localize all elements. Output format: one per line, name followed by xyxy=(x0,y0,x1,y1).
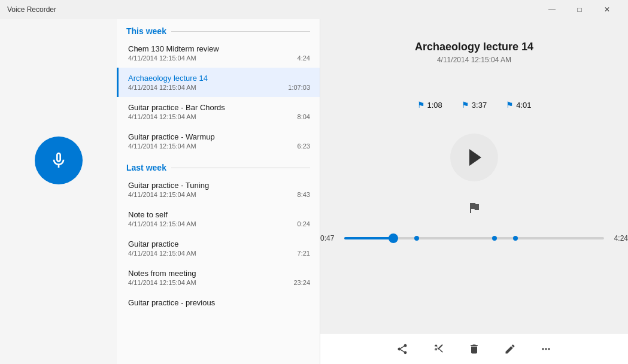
recording-date: 4/11/2014 12:15:04 AM xyxy=(128,220,196,228)
marker: ⚑4:01 xyxy=(506,100,531,110)
recording-duration: 7:21 xyxy=(298,250,310,257)
recording-date: 4/11/2014 12:15:04 AM xyxy=(128,142,196,150)
close-button[interactable]: ✕ xyxy=(593,0,621,19)
current-time: 0:47 xyxy=(320,234,339,242)
recording-item[interactable]: Guitar practice - Tuning4/11/2014 12:15:… xyxy=(117,175,320,204)
recording-title: Notes from meeting xyxy=(128,269,310,278)
recording-date: 4/11/2014 12:15:04 AM xyxy=(128,250,196,257)
player-toolbar xyxy=(320,333,628,364)
progress-area: 0:47 4:24 xyxy=(320,234,628,242)
recording-duration: 4:24 xyxy=(298,54,310,62)
app-title: Voice Recorder xyxy=(7,5,538,14)
recording-date: 4/11/2014 12:15:04 AM xyxy=(128,54,196,62)
recording-title: Guitar practice - Tuning xyxy=(128,181,310,190)
title-bar: Voice Recorder — □ ✕ xyxy=(0,0,628,19)
progress-thumb xyxy=(389,233,398,243)
marker-flag-icon: ⚑ xyxy=(417,100,425,110)
recording-item-bottom: 4/11/2014 12:15:04 AM0:24 xyxy=(128,220,310,228)
marker-time: 3:37 xyxy=(472,101,487,110)
microphone-icon xyxy=(49,151,68,170)
recording-date: 4/11/2014 12:15:04 AM xyxy=(128,191,196,198)
recording-item[interactable]: Archaeology lecture 144/11/2014 12:15:04… xyxy=(117,68,320,97)
player-panel: Archaeology lecture 14 4/11/2014 12:15:0… xyxy=(320,19,628,364)
rename-button[interactable] xyxy=(499,338,521,360)
recording-duration: 8:43 xyxy=(298,191,310,198)
progress-bar[interactable] xyxy=(344,237,604,239)
player-main: Archaeology lecture 14 4/11/2014 12:15:0… xyxy=(320,19,628,333)
delete-icon xyxy=(468,343,480,355)
recording-title: Guitar practice xyxy=(128,239,310,248)
recording-title: Archaeology lecture 14 xyxy=(128,74,310,83)
edit-icon xyxy=(504,343,516,355)
recording-item-bottom: 4/11/2014 12:15:04 AM23:24 xyxy=(128,279,310,286)
recording-title: Guitar practice - Bar Chords xyxy=(128,103,310,112)
player-title: Archaeology lecture 14 xyxy=(415,41,533,53)
more-button[interactable] xyxy=(535,338,557,360)
recording-date: 4/11/2014 12:15:04 AM xyxy=(128,113,196,120)
recording-item[interactable]: Guitar practice4/11/2014 12:15:04 AM7:21 xyxy=(117,233,320,263)
recording-title: Note to self xyxy=(128,210,310,219)
main-content: This weekChem 130 Midterm review4/11/201… xyxy=(0,19,628,364)
share-icon xyxy=(396,343,408,355)
recording-item[interactable]: Note to self4/11/2014 12:15:04 AM0:24 xyxy=(117,204,320,233)
sidebar xyxy=(0,19,117,364)
recording-date: 4/11/2014 12:15:04 AM xyxy=(128,84,196,91)
record-button[interactable] xyxy=(35,136,83,184)
section-header: This week xyxy=(117,19,320,38)
play-button[interactable] xyxy=(450,134,498,181)
recording-title: Guitar practice - Warmup xyxy=(128,132,310,141)
recording-duration: 6:23 xyxy=(298,142,310,150)
player-date: 4/11/2014 12:15:04 AM xyxy=(437,56,511,64)
total-time: 4:24 xyxy=(609,234,628,242)
recording-item-bottom: 4/11/2014 12:15:04 AM1:07:03 xyxy=(128,84,310,91)
play-button-container xyxy=(450,134,498,181)
marker-flag-icon: ⚑ xyxy=(506,100,514,110)
recording-item-bottom: 4/11/2014 12:15:04 AM6:23 xyxy=(128,142,310,150)
recording-item[interactable]: Guitar practice - Bar Chords4/11/2014 12… xyxy=(117,97,320,126)
recording-date: 4/11/2014 12:15:04 AM xyxy=(128,279,196,286)
flag-icon xyxy=(467,201,481,215)
recording-duration: 1:07:03 xyxy=(288,84,310,91)
recording-item[interactable]: Guitar practice - previous xyxy=(117,292,320,314)
recording-duration: 0:24 xyxy=(298,220,310,228)
progress-marker-dot xyxy=(513,236,518,241)
recording-item-bottom: 4/11/2014 12:15:04 AM8:43 xyxy=(128,191,310,198)
minimize-button[interactable]: — xyxy=(538,0,566,19)
recording-item-bottom: 4/11/2014 12:15:04 AM8:04 xyxy=(128,113,310,120)
progress-marker-dot xyxy=(414,236,419,241)
trim-button[interactable] xyxy=(427,338,449,360)
recording-item-bottom: 4/11/2014 12:15:04 AM4:24 xyxy=(128,54,310,62)
maximize-button[interactable]: □ xyxy=(566,0,593,19)
recording-item[interactable]: Chem 130 Midterm review4/11/2014 12:15:0… xyxy=(117,38,320,68)
recording-title: Guitar practice - previous xyxy=(128,298,310,307)
section-header: Last week xyxy=(117,156,320,175)
more-icon xyxy=(540,343,552,355)
progress-marker-dot xyxy=(492,236,497,241)
share-button[interactable] xyxy=(392,338,413,360)
recording-list: This weekChem 130 Midterm review4/11/201… xyxy=(117,19,320,364)
add-marker-button[interactable] xyxy=(467,201,481,215)
window-controls: — □ ✕ xyxy=(538,0,621,19)
recording-duration: 8:04 xyxy=(298,113,310,120)
marker-time: 4:01 xyxy=(516,101,531,110)
recording-item-bottom: 4/11/2014 12:15:04 AM7:21 xyxy=(128,250,310,257)
recording-item[interactable]: Guitar practice - Warmup4/11/2014 12:15:… xyxy=(117,126,320,156)
markers-row: ⚑1:08⚑3:37⚑4:01 xyxy=(417,100,532,110)
recording-duration: 23:24 xyxy=(293,279,310,286)
marker-time: 1:08 xyxy=(427,101,442,110)
delete-button[interactable] xyxy=(463,338,485,360)
play-icon xyxy=(469,149,481,166)
marker-flag-icon: ⚑ xyxy=(462,100,469,110)
progress-fill xyxy=(344,237,393,239)
trim-icon xyxy=(432,343,444,355)
marker: ⚑3:37 xyxy=(462,100,487,110)
marker: ⚑1:08 xyxy=(417,100,442,110)
recording-item[interactable]: Notes from meeting4/11/2014 12:15:04 AM2… xyxy=(117,263,320,292)
recording-title: Chem 130 Midterm review xyxy=(128,44,310,53)
